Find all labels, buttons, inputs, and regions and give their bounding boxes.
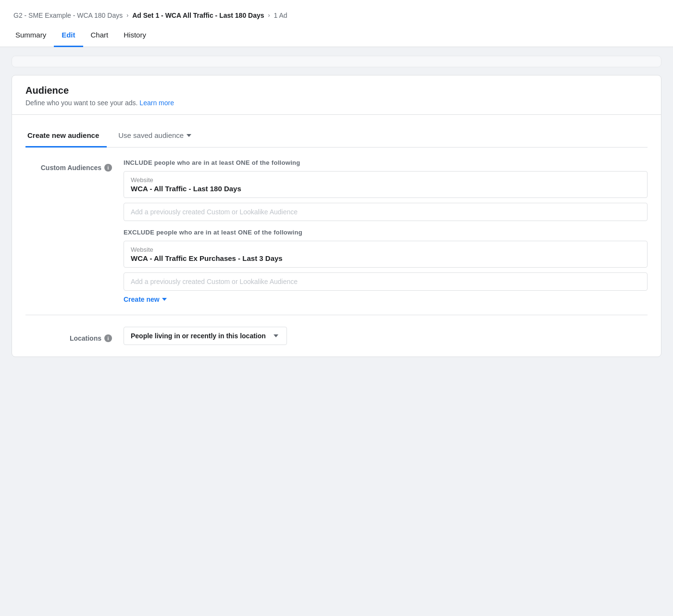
tabs-bar: Summary Edit Chart History [13, 26, 660, 47]
create-new-arrow-icon [162, 298, 167, 301]
tab-summary[interactable]: Summary [13, 26, 54, 47]
locations-label: Locations i [25, 330, 112, 342]
custom-audiences-info-icon[interactable]: i [104, 164, 112, 172]
tab-chart[interactable]: Chart [83, 26, 116, 47]
include-audience-box: Website WCA - All Traffic - Last 180 Day… [124, 171, 648, 198]
audience-tabs: Create new audience Use saved audience [25, 126, 648, 148]
card-body: Create new audience Use saved audience C… [12, 115, 661, 357]
top-bar: G2 - SME Example - WCA 180 Days › Ad Set… [0, 0, 673, 47]
chevron-icon-1: › [126, 12, 128, 19]
card-header: Audience Define who you want to see your… [12, 75, 661, 115]
audience-card: Audience Define who you want to see your… [12, 75, 661, 357]
breadcrumb: G2 - SME Example - WCA 180 Days › Ad Set… [13, 7, 660, 26]
card-title: Audience [25, 85, 648, 96]
locations-row: Locations i People living in or recently… [25, 327, 648, 345]
use-saved-audience-tab[interactable]: Use saved audience [116, 126, 199, 148]
scroll-hint [12, 56, 661, 67]
exclude-audience-box: Website WCA - All Traffic Ex Purchases -… [124, 241, 648, 268]
custom-audiences-label: Custom Audiences i [25, 159, 112, 172]
exclude-entry-1: Website WCA - All Traffic Ex Purchases -… [124, 241, 647, 267]
subtitle-text: Define who you want to see your ads. [25, 99, 137, 107]
learn-more-link[interactable]: Learn more [139, 99, 174, 107]
exclude-name-1: WCA - All Traffic Ex Purchases - Last 3 … [131, 254, 640, 262]
page-wrapper: G2 - SME Example - WCA 180 Days › Ad Set… [0, 0, 673, 616]
campaign-name[interactable]: G2 - SME Example - WCA 180 Days [13, 12, 123, 19]
chevron-icon-2: › [268, 12, 270, 19]
section-divider [25, 315, 648, 315]
custom-audiences-row: Custom Audiences i INCLUDE people who ar… [25, 159, 648, 303]
adset-name[interactable]: Ad Set 1 - WCA All Traffic - Last 180 Da… [132, 12, 264, 19]
custom-audiences-content: INCLUDE people who are in at least ONE o… [124, 159, 648, 303]
dropdown-arrow-icon [187, 134, 191, 137]
ad-count[interactable]: 1 Ad [274, 12, 287, 19]
create-new-audience-tab[interactable]: Create new audience [25, 126, 107, 148]
exclude-add-box[interactable]: Add a previously created Custom or Looka… [124, 272, 648, 291]
include-label: INCLUDE people who are in at least ONE o… [124, 159, 648, 166]
include-source-1: Website [131, 176, 640, 184]
locations-dropdown-arrow-icon [274, 334, 278, 337]
locations-info-icon[interactable]: i [104, 334, 112, 342]
exclude-source-1: Website [131, 246, 640, 253]
include-add-box[interactable]: Add a previously created Custom or Looka… [124, 203, 648, 221]
tab-edit[interactable]: Edit [54, 26, 83, 47]
tab-history[interactable]: History [116, 26, 154, 47]
include-name-1: WCA - All Traffic - Last 180 Days [131, 185, 640, 193]
locations-dropdown[interactable]: People living in or recently in this loc… [124, 327, 287, 345]
exclude-label: EXCLUDE people who are in at least ONE o… [124, 229, 648, 236]
create-new-link[interactable]: Create new [124, 296, 648, 303]
card-subtitle: Define who you want to see your ads. Lea… [25, 99, 648, 107]
include-entry-1: Website WCA - All Traffic - Last 180 Day… [124, 172, 647, 197]
main-content: Audience Define who you want to see your… [0, 47, 673, 366]
